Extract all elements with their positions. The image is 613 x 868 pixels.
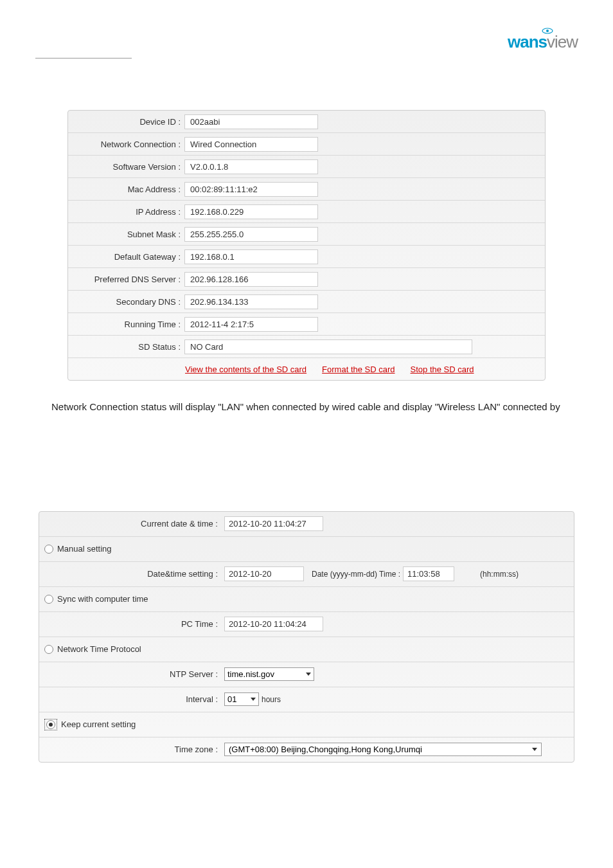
value-preferred-dns: 202.96.128.166 xyxy=(184,272,318,287)
label-sd-status: SD Status : xyxy=(68,342,184,352)
row-subnet-mask: Subnet Mask : 255.255.255.0 xyxy=(68,223,545,246)
label-preferred-dns: Preferred DNS Server : xyxy=(68,275,184,284)
label-keep-current[interactable]: Keep current setting xyxy=(61,719,136,729)
label-running-time: Running Time : xyxy=(68,320,184,329)
row-keep-current: Keep current setting xyxy=(39,712,574,737)
input-time[interactable]: 11:03:58 xyxy=(403,566,454,581)
header-divider xyxy=(35,58,132,59)
link-stop-sd[interactable]: Stop the SD card xyxy=(411,365,474,374)
radio-manual[interactable] xyxy=(44,545,53,554)
label-manual-setting[interactable]: Manual setting xyxy=(57,544,112,554)
radio-keep-wrapper[interactable] xyxy=(44,719,57,730)
label-secondary-dns: Secondary DNS : xyxy=(68,297,184,307)
device-info-panel: Device ID : 002aabi Network Connection :… xyxy=(67,110,546,381)
brand-logo: wansview xyxy=(508,32,578,52)
label-timezone: Time zone : xyxy=(44,745,224,754)
value-current-time: 2012-10-20 11:04:27 xyxy=(224,516,323,531)
description-text: Network Connection status will display "… xyxy=(51,400,562,415)
label-ntp-server: NTP Server : xyxy=(44,669,224,679)
row-sd-links: View the contents of the SD card Format … xyxy=(68,358,545,380)
select-ntp-interval[interactable]: 01 xyxy=(224,692,259,706)
row-network-connection: Network Connection : Wired Connection xyxy=(68,133,545,156)
ntp-server-value: time.nist.gov xyxy=(227,669,274,679)
label-ntp-interval: Interval : xyxy=(44,694,224,704)
row-sd-status: SD Status : NO Card xyxy=(68,336,545,358)
value-software-version: V2.0.0.1.8 xyxy=(184,159,318,174)
row-default-gateway: Default Gateway : 192.168.0.1 xyxy=(68,246,545,268)
radio-keep[interactable] xyxy=(46,720,55,729)
label-ip-address: IP Address : xyxy=(68,207,184,217)
label-default-gateway: Default Gateway : xyxy=(68,252,184,262)
row-mac-address: Mac Address : 00:02:89:11:11:e2 xyxy=(68,178,545,201)
value-subnet-mask: 255.255.255.0 xyxy=(184,227,318,242)
label-pc-time: PC Time : xyxy=(44,619,224,629)
label-mac-address: Mac Address : xyxy=(68,185,184,194)
row-running-time: Running Time : 2012-11-4 2:17:5 xyxy=(68,313,545,336)
chevron-down-icon xyxy=(532,748,537,751)
radio-sync[interactable] xyxy=(44,595,53,604)
value-sd-status: NO Card xyxy=(184,339,472,354)
svg-point-1 xyxy=(546,30,549,32)
row-device-id: Device ID : 002aabi xyxy=(68,111,545,133)
row-sync-computer: Sync with computer time xyxy=(39,587,574,612)
label-software-version: Software Version : xyxy=(68,162,184,172)
label-sync-computer[interactable]: Sync with computer time xyxy=(57,594,148,604)
chevron-down-icon xyxy=(251,698,256,701)
value-pc-time: 2012-10-20 11:04:24 xyxy=(224,617,323,631)
value-ip-address: 192.168.0.229 xyxy=(184,204,318,219)
logo-text-1: wans xyxy=(508,32,547,52)
timezone-value: (GMT+08:00) Beijing,Chongqing,Hong Kong,… xyxy=(229,745,422,754)
label-device-id: Device ID : xyxy=(68,117,184,127)
row-ntp-interval: Interval : 01 hours xyxy=(39,687,574,712)
select-ntp-server[interactable]: time.nist.gov xyxy=(224,667,314,681)
logo-eye-icon xyxy=(542,27,553,36)
row-software-version: Software Version : V2.0.0.1.8 xyxy=(68,156,545,178)
row-preferred-dns: Preferred DNS Server : 202.96.128.166 xyxy=(68,268,545,291)
row-manual-setting: Manual setting xyxy=(39,537,574,562)
value-default-gateway: 192.168.0.1 xyxy=(184,249,318,264)
ntp-interval-value: 01 xyxy=(227,694,236,704)
value-network-connection: Wired Connection xyxy=(184,137,318,152)
link-view-sd[interactable]: View the contents of the SD card xyxy=(185,365,306,374)
row-ip-address: IP Address : 192.168.0.229 xyxy=(68,201,545,223)
row-ntp-server: NTP Server : time.nist.gov xyxy=(39,662,574,687)
row-pc-time: PC Time : 2012-10-20 11:04:24 xyxy=(39,612,574,637)
page-header: wansview xyxy=(35,32,578,59)
label-subnet-mask: Subnet Mask : xyxy=(68,230,184,239)
value-secondary-dns: 202.96.134.133 xyxy=(184,294,318,309)
radio-ntp[interactable] xyxy=(44,645,53,654)
label-ntp[interactable]: Network Time Protocol xyxy=(57,644,141,654)
row-date-time-setting: Date&time setting : 2012-10-20 Date (yyy… xyxy=(39,562,574,587)
hint-date-format: Date (yyyy-mm-dd) Time : xyxy=(312,570,400,579)
value-running-time: 2012-11-4 2:17:5 xyxy=(184,317,318,332)
select-timezone[interactable]: (GMT+08:00) Beijing,Chongqing,Hong Kong,… xyxy=(224,743,542,756)
label-current-time: Current date & time : xyxy=(44,519,224,529)
label-date-time-setting: Date&time setting : xyxy=(44,569,224,579)
label-network-connection: Network Connection : xyxy=(68,140,184,149)
link-format-sd[interactable]: Format the SD card xyxy=(322,365,395,374)
row-timezone: Time zone : (GMT+08:00) Beijing,Chongqin… xyxy=(39,737,574,762)
value-device-id: 002aabi xyxy=(184,114,318,129)
row-secondary-dns: Secondary DNS : 202.96.134.133 xyxy=(68,291,545,313)
input-date[interactable]: 2012-10-20 xyxy=(224,566,304,581)
hint-time-format: (hh:mm:ss) xyxy=(480,570,519,579)
time-settings-panel: Current date & time : 2012-10-20 11:04:2… xyxy=(39,511,574,763)
row-ntp: Network Time Protocol xyxy=(39,637,574,662)
row-current-time: Current date & time : 2012-10-20 11:04:2… xyxy=(39,512,574,537)
label-interval-unit: hours xyxy=(262,695,281,704)
chevron-down-icon xyxy=(306,673,311,676)
value-mac-address: 00:02:89:11:11:e2 xyxy=(184,182,318,197)
